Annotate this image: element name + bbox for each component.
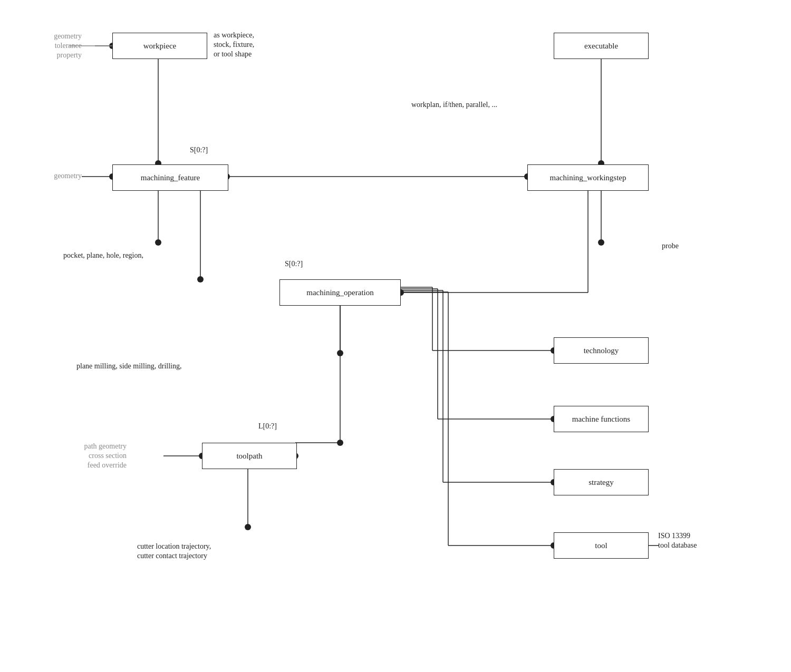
annotation-geometry-tolerance-property: geometry tolerance property [18,32,82,61]
executable-label: executable [584,42,618,51]
annotation-iso-tool: ISO 13399 tool database [658,531,742,550]
machine-functions-label: machine functions [572,415,630,424]
svg-point-12 [155,239,161,246]
annotation-s0q-mid: S[0:?] [285,259,327,269]
svg-point-45 [245,524,251,530]
annotation-cutter-location: cutter location trajectory, cutter conta… [137,542,295,561]
svg-point-21 [337,350,343,356]
machining-operation-label: machining_operation [306,288,373,297]
annotation-s0q-top: S[0:?] [190,145,232,155]
node-workpiece: workpiece [112,33,207,59]
node-toolpath: toolpath [202,443,297,469]
node-machining-operation: machining_operation [279,279,401,306]
diagram-container: workpiece executable machining_feature m… [0,0,791,672]
annotation-l0q: L[0:?] [258,422,301,431]
annotation-path-geometry: path geometry cross section feed overrid… [42,442,127,471]
svg-point-39 [337,440,343,446]
node-machining-feature: machining_feature [112,164,228,191]
annotation-plane-milling: plane milling, side milling, drilling, [76,362,277,371]
node-technology: technology [554,337,649,364]
node-executable: executable [554,33,649,59]
connection-lines [0,0,791,672]
annotation-probe: probe [662,241,715,251]
node-tool: tool [554,532,649,559]
machining-feature-label: machining_feature [141,173,200,182]
node-machining-workingstep: machining_workingstep [527,164,649,191]
svg-point-14 [197,276,204,283]
workpiece-label: workpiece [143,42,176,51]
technology-label: technology [584,346,619,355]
annotation-executable-sub: workplan, if/then, parallel, ... [411,100,580,110]
toolpath-label: toolpath [236,452,262,461]
node-strategy: strategy [554,469,649,495]
machining-workingstep-label: machining_workingstep [550,173,626,182]
annotation-as-workpiece: as workpiece, stock, fixture, or tool sh… [214,31,298,60]
annotation-pocket-plane: pocket, plane, hole, region, [63,251,243,260]
strategy-label: strategy [589,478,613,487]
annotation-geometry: geometry [18,171,82,181]
svg-point-19 [598,239,604,246]
tool-label: tool [595,541,607,550]
node-machine-functions: machine functions [554,406,649,432]
